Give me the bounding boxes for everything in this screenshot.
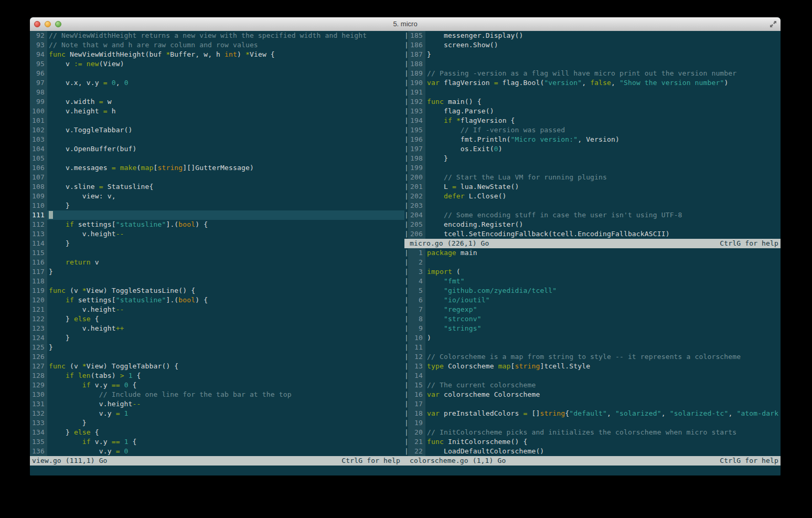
command-line[interactable]	[30, 466, 781, 475]
code-row[interactable]: 125}	[30, 343, 404, 352]
code-line[interactable]: // Start the Lua VM for running plugins	[425, 173, 781, 182]
code-line[interactable]: }	[47, 418, 404, 428]
code-line[interactable]: view: v,	[47, 192, 404, 201]
code-row[interactable]: |206 tcell.SetEncodingFallback(tcell.Enc…	[404, 229, 781, 239]
code-line[interactable]: if v.y == 0 {	[47, 380, 404, 390]
code-line[interactable]	[47, 173, 404, 182]
code-line[interactable]: v.height++	[47, 324, 404, 333]
code-row[interactable]: |21func InitColorscheme() {	[404, 437, 781, 447]
code-line[interactable]: // Colorscheme is a map from string to s…	[425, 352, 781, 362]
code-line[interactable]	[47, 69, 404, 78]
code-row[interactable]: |20// InitColorscheme picks and initiali…	[404, 428, 781, 437]
code-row[interactable]: 135 if v.y == 1 {	[30, 437, 404, 447]
code-row[interactable]: |199	[404, 163, 781, 173]
code-line[interactable]: "io/ioutil"	[425, 295, 781, 305]
code-row[interactable]: |3import (	[404, 267, 781, 277]
code-line[interactable]	[47, 210, 404, 220]
code-line[interactable]: }	[47, 333, 404, 343]
code-line[interactable]	[47, 277, 404, 286]
code-row[interactable]: 100 v.height = h	[30, 107, 404, 116]
code-row[interactable]: 121 v.height--	[30, 305, 404, 314]
code-line[interactable]: }	[425, 50, 781, 59]
code-line[interactable]: if settings["statusline"].(bool) {	[47, 220, 404, 229]
code-row[interactable]: 103	[30, 135, 404, 144]
code-line[interactable]: // Passing -version as a flag will have …	[425, 69, 781, 78]
code-row[interactable]: 116 return v	[30, 258, 404, 267]
code-row[interactable]: 104 v.OpenBuffer(buf)	[30, 144, 404, 154]
code-row[interactable]: |12// Colorscheme is a map from string t…	[404, 352, 781, 362]
title-bar[interactable]: 5. micro	[30, 17, 781, 31]
code-row[interactable]: 117}	[30, 267, 404, 277]
code-line[interactable]: v.height--	[47, 305, 404, 314]
code-line[interactable]: v.y = 1	[47, 409, 404, 418]
code-line[interactable]: }	[47, 343, 404, 352]
pane-micro[interactable]: |185 messenger.Display()|186 screen.Show…	[404, 31, 781, 239]
code-line[interactable]: } else {	[47, 428, 404, 437]
code-row[interactable]: 93// Note that w and h are raw column an…	[30, 40, 404, 50]
code-row[interactable]: 126	[30, 352, 404, 362]
code-row[interactable]: 131 v.height--	[30, 399, 404, 409]
code-line[interactable]: L = lua.NewState()	[425, 182, 781, 192]
code-row[interactable]: |6 "io/ioutil"	[404, 295, 781, 305]
code-line[interactable]: encoding.Register()	[425, 220, 781, 229]
code-line[interactable]	[425, 343, 781, 352]
code-row[interactable]: 134 } else {	[30, 428, 404, 437]
code-line[interactable]: if v.y == 1 {	[47, 437, 404, 447]
code-line[interactable]: v.messages = make(map[string][]GutterMes…	[47, 163, 404, 173]
code-line[interactable]: "fmt"	[425, 277, 781, 286]
code-line[interactable]: // Note that w and h are raw column and …	[47, 40, 404, 50]
code-row[interactable]: |188	[404, 59, 781, 69]
code-line[interactable]: defer L.Close()	[425, 192, 781, 201]
code-row[interactable]: 124 }	[30, 333, 404, 343]
code-row[interactable]: 128 if len(tabs) > 1 {	[30, 371, 404, 380]
code-row[interactable]: 105	[30, 154, 404, 163]
code-line[interactable]	[425, 163, 781, 173]
code-line[interactable]: func (v *View) ToggleStatusLine() {	[47, 286, 404, 295]
code-row[interactable]: |195 // If -version was passed	[404, 125, 781, 135]
code-row[interactable]: |186 screen.Show()	[404, 40, 781, 50]
code-row[interactable]: |197 os.Exit(0)	[404, 144, 781, 154]
code-line[interactable]: tcell.SetEncodingFallback(tcell.Encoding…	[425, 229, 781, 239]
code-row[interactable]: 102 v.ToggleTabbar()	[30, 125, 404, 135]
code-row[interactable]: |192func main() {	[404, 97, 781, 107]
code-row[interactable]: 111	[30, 210, 404, 220]
code-line[interactable]: flag.Parse()	[425, 107, 781, 116]
code-line[interactable]: screen.Show()	[425, 40, 781, 50]
pane-colorscheme[interactable]: |1package main|2|3import (|4 "fmt"|5 "gi…	[404, 248, 781, 456]
code-row[interactable]: 94func NewViewWidthHeight(buf *Buffer, w…	[30, 50, 404, 59]
code-row[interactable]: 95 v := new(View)	[30, 59, 404, 69]
code-row[interactable]: 109 view: v,	[30, 192, 404, 201]
code-row[interactable]: 115	[30, 248, 404, 258]
code-line[interactable]: fmt.Println("Micro version:", Version)	[425, 135, 781, 144]
code-line[interactable]: func (v *View) ToggleTabbar() {	[47, 362, 404, 371]
code-line[interactable]	[47, 135, 404, 144]
code-line[interactable]: }	[425, 154, 781, 163]
code-row[interactable]: 96	[30, 69, 404, 78]
code-line[interactable]: }	[47, 239, 404, 248]
code-row[interactable]: 133 }	[30, 418, 404, 428]
code-row[interactable]: |4 "fmt"	[404, 277, 781, 286]
fullscreen-icon[interactable]	[769, 20, 777, 28]
code-line[interactable]: v.height = h	[47, 107, 404, 116]
code-line[interactable]: if len(tabs) > 1 {	[47, 371, 404, 380]
code-line[interactable]	[47, 88, 404, 97]
code-line[interactable]: v.ToggleTabbar()	[47, 125, 404, 135]
code-row[interactable]: |193 flag.Parse()	[404, 107, 781, 116]
code-row[interactable]: |201 L = lua.NewState()	[404, 182, 781, 192]
code-line[interactable]: func InitColorscheme() {	[425, 437, 781, 447]
code-line[interactable]: v.sline = Statusline{	[47, 182, 404, 192]
code-row[interactable]: |189// Passing -version as a flag will h…	[404, 69, 781, 78]
code-row[interactable]: |190var flagVersion = flag.Bool("version…	[404, 78, 781, 88]
code-row[interactable]: 113 v.height--	[30, 229, 404, 239]
code-line[interactable]: v.width = w	[47, 97, 404, 107]
code-row[interactable]: |22 LoadDefaultColorscheme()	[404, 447, 781, 456]
code-line[interactable]	[47, 248, 404, 258]
code-line[interactable]	[47, 116, 404, 125]
code-line[interactable]: )	[425, 333, 781, 343]
code-line[interactable]: if settings["statusline"].(bool) {	[47, 295, 404, 305]
code-line[interactable]: os.Exit(0)	[425, 144, 781, 154]
code-row[interactable]: 122 } else {	[30, 314, 404, 324]
code-row[interactable]: 92// NewViewWidthHeight returns a new vi…	[30, 31, 404, 40]
code-row[interactable]: |204 // Some encoding stuff in case the …	[404, 210, 781, 220]
code-row[interactable]: |203	[404, 201, 781, 210]
